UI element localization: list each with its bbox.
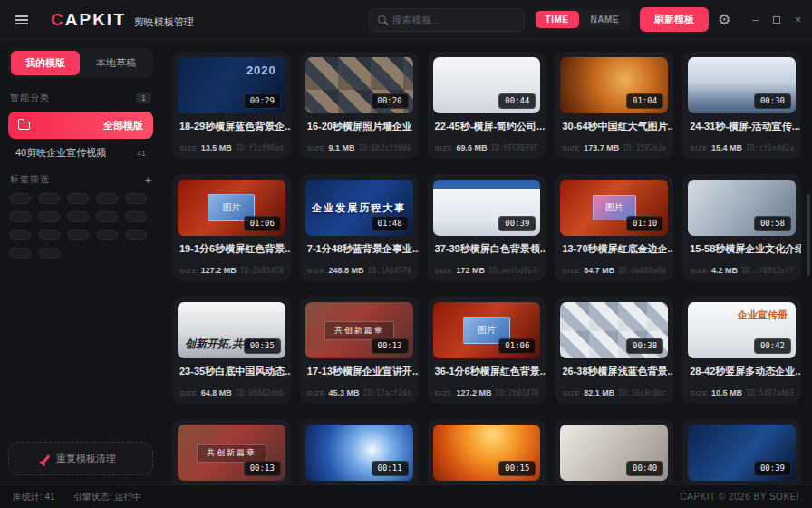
tag-pill[interactable] [96, 193, 118, 204]
tab-my-templates[interactable]: 我的模版 [11, 51, 80, 75]
tag-pill[interactable] [38, 193, 60, 204]
duration-badge: 00:20 [372, 93, 409, 109]
search-input[interactable] [392, 15, 516, 25]
all-templates-label: 全部模版 [103, 119, 143, 132]
template-card[interactable]: 00:20 16-20秒横屏照片墙企业 SIZE 9.1 MB ID:6b2c2… [300, 52, 419, 159]
duration-badge: 01:06 [244, 216, 281, 231]
app-name: CAPKIT [51, 10, 126, 30]
add-tag-icon[interactable]: + [144, 174, 151, 186]
template-id: ID:2b0147046664... [495, 389, 538, 397]
template-title: 24-31秒-横屏-活动宣传... [682, 113, 801, 133]
smart-category-label: 智能分类 [10, 92, 50, 104]
scrollbar[interactable] [807, 194, 810, 276]
template-card[interactable]: 企业宣传册 00:42 28-42秒竖屏多动态企业... SIZE 10.5 M… [682, 297, 801, 404]
category-count: 41 [137, 149, 146, 158]
tag-pill[interactable] [38, 211, 60, 222]
tag-pill[interactable] [9, 211, 31, 222]
template-meta: SIZE 127.2 MB ID:2b0147046664... [428, 388, 546, 404]
template-meta: SIZE 69.6 MB ID:RFCREF6F-202... [428, 143, 546, 159]
duration-badge: 00:13 [372, 338, 409, 354]
duplicate-cleanup-button[interactable]: 重复模板清理 [8, 442, 153, 475]
template-id: ID:2b01470466dd... [240, 267, 284, 275]
template-meta: SIZE 64.8 MB ID:06662da631a6... [172, 388, 291, 404]
tag-pill[interactable] [96, 211, 118, 222]
template-card[interactable]: 共创新篇章 00:13 17-13秒横屏企业宣讲开... SIZE 45.3 M… [300, 297, 419, 404]
template-title: 18-29秒横屏蓝色背景企... [172, 113, 291, 133]
template-card[interactable]: 2020 00:29 18-29秒横屏蓝色背景企... SIZE 13.5 MB… [172, 52, 291, 159]
template-id: ID:RFCREF6F-202... [490, 144, 538, 152]
duration-badge: 01:10 [626, 216, 663, 231]
template-card[interactable]: 01:04 30-64秒中国红大气图片... SIZE 173.7 MB ID:… [555, 52, 673, 159]
tag-pill[interactable] [96, 230, 118, 240]
tag-pill[interactable] [9, 193, 31, 204]
size-label: SIZE [307, 267, 325, 275]
maximize-button[interactable] [773, 16, 780, 24]
template-title: 30-64秒中国红大气图片... [555, 113, 673, 133]
size-value: 9.1 MB [329, 143, 355, 152]
category-item[interactable]: 40剪映企业宣传视频 41 [8, 139, 153, 160]
template-card[interactable]: 00:40 40-40秒横屏企业图文介绍 SIZE [555, 419, 673, 484]
template-meta: SIZE 172 MB ID:aefbd6b7f166... [428, 266, 546, 281]
template-card[interactable]: 00:58 15-58秒横屏企业文化介绍 SIZE 4.2 MB ID:cf09… [682, 174, 801, 281]
sort-time-button[interactable]: TIME [536, 11, 579, 28]
template-card[interactable]: 企业发展历程大事 01:48 7-1分48秒蓝背景企事业... SIZE 248… [300, 174, 419, 281]
gear-icon[interactable]: ⚙ [718, 13, 730, 27]
template-id: ID:6b888a0dbc49... [618, 267, 666, 275]
body-row: 我的模版 本地草稿 智能分类 1 全部模版 40剪映企业宣传视频 41 标签筛选… [0, 40, 812, 484]
tag-pill[interactable] [38, 230, 60, 240]
template-card[interactable]: 00:11 32-11秒-横屏-蓝色科技... SIZE [300, 419, 419, 484]
menu-icon[interactable] [11, 9, 33, 31]
template-thumbnail: 00:44 [433, 57, 541, 113]
app-logo: CAPKIT 剪映模板管理 [51, 10, 194, 30]
search-box[interactable] [369, 8, 525, 32]
size-value: 10.5 MB [711, 388, 742, 397]
tag-pill[interactable] [125, 211, 147, 222]
template-meta: SIZE 15.4 MB ID:cf1e4d2a091f... [682, 143, 801, 159]
template-thumbnail: 企业发展历程大事 01:48 [305, 180, 413, 236]
all-templates-item[interactable]: 全部模版 [8, 112, 153, 139]
template-card[interactable]: 00:30 24-31秒-横屏-活动宣传... SIZE 15.4 MB ID:… [682, 52, 801, 159]
template-meta: SIZE 127.2 MB ID:2b01470466dd... [172, 266, 291, 281]
duration-badge: 00:15 [498, 461, 536, 476]
title-bar: CAPKIT 剪映模板管理 TIME NAME 刷新模板 ⚙ – × [0, 0, 812, 40]
tag-pill[interactable] [9, 230, 31, 240]
template-card[interactable]: 图片 01:10 13-70秒横屏红底金边企... SIZE 84.7 MB I… [555, 174, 673, 281]
template-card[interactable]: 00:44 22-45秒-横屏-简约公司... SIZE 69.6 MB ID:… [428, 52, 546, 159]
template-card[interactable]: 00:39 18-39秒横屏蓝色科技介绍 SIZE [682, 419, 801, 484]
duration-badge: 00:29 [244, 93, 281, 109]
template-card[interactable]: 创新开拓,共创未来 00:35 23-35秒白底中国风动态... SIZE 64… [172, 297, 291, 404]
tag-pill[interactable] [9, 248, 31, 259]
template-id: ID:1A345784-640... [368, 267, 411, 275]
hamburger-icon [15, 19, 28, 21]
template-card[interactable]: 共创新篇章 00:13 17-13秒横屏企业宣讲开... SIZE [172, 419, 291, 484]
template-card[interactable]: 00:39 37-39秒横屏白色背景领... SIZE 172 MB ID:ae… [428, 174, 546, 281]
size-value: 82.1 MB [584, 388, 614, 397]
refresh-templates-button[interactable]: 刷新模板 [640, 7, 709, 32]
duration-badge: 00:44 [498, 93, 536, 109]
folder-icon [18, 122, 30, 130]
tag-pill[interactable] [67, 230, 89, 240]
template-card[interactable]: 图片 01:06 36-1分6秒横屏红色背景... SIZE 127.2 MB … [428, 297, 546, 404]
template-card[interactable]: 图片 01:06 19-1分6秒横屏红色背景... SIZE 127.2 MB … [172, 174, 291, 281]
close-button[interactable]: × [795, 15, 801, 25]
template-id: ID:06662da631a6... [236, 389, 284, 397]
minimize-button[interactable]: – [752, 15, 759, 25]
tag-pill[interactable] [125, 193, 147, 204]
template-id: ID:6b2c2fb00761... [359, 144, 411, 152]
template-title: 36-1分6秒横屏红色背景... [428, 358, 546, 378]
duration-badge: 00:35 [244, 338, 281, 354]
library-stat: 库统计: 41 [13, 491, 55, 503]
duration-badge: 00:11 [372, 461, 409, 476]
tag-pill[interactable] [125, 230, 147, 240]
size-label: SIZE [307, 389, 325, 397]
tag-pill[interactable] [67, 211, 89, 222]
tag-pill[interactable] [67, 193, 89, 204]
template-card[interactable]: 00:15 33-15秒-横屏-红色通用... SIZE [428, 419, 546, 484]
tag-pill[interactable] [38, 248, 60, 259]
template-card[interactable]: 00:38 26-38秒横屏浅蓝色背景... SIZE 82.1 MB ID:1… [555, 297, 673, 404]
template-title: 32-11秒-横屏-蓝色科技... [300, 481, 419, 484]
tab-local-drafts[interactable]: 本地草稿 [82, 51, 150, 75]
template-title: 17-13秒横屏企业宣讲开... [300, 358, 419, 378]
sort-name-button[interactable]: NAME [581, 11, 629, 28]
template-title: 19-1分6秒横屏红色背景... [172, 236, 291, 256]
